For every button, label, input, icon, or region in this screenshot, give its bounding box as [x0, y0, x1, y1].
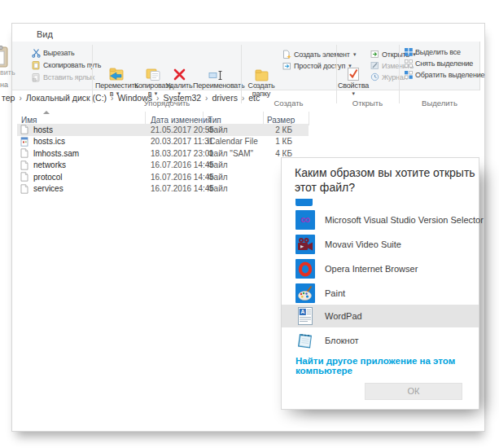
- invert-selection-icon: [405, 71, 413, 79]
- breadcrumb-chevron-icon: ›: [156, 94, 159, 103]
- paste-shortcut-icon: [32, 72, 41, 82]
- breadcrumb-chevron-icon: ›: [111, 94, 113, 103]
- paste-shortcut-label: Вставить ярлык: [43, 73, 94, 81]
- notepad-icon: [295, 331, 315, 350]
- file-icon: [20, 160, 28, 172]
- new-item-label: Создать элемент: [294, 51, 350, 59]
- dropdown-caret-icon: ▼: [352, 52, 357, 57]
- history-button[interactable]: Журнал: [370, 72, 408, 82]
- breadcrumb-local-disk[interactable]: Локальный диск (C:): [26, 93, 107, 103]
- breadcrumb-chevron-icon: ›: [242, 94, 244, 103]
- tab-view[interactable]: Вид: [37, 29, 53, 39]
- breadcrumb-etc[interactable]: etc: [248, 93, 260, 103]
- file-row-lmhosts[interactable]: lmhosts.sam 18.03.2017 23:01 Файл "SAM" …: [17, 147, 309, 160]
- new-item-button[interactable]: Создать элемент ▼: [282, 49, 357, 59]
- open-group-label: Открыть: [336, 99, 399, 108]
- breadcrumb-chevron-icon: ›: [19, 94, 21, 103]
- group-separator: [336, 45, 337, 103]
- rename-button[interactable]: Переименовать: [193, 63, 240, 90]
- sort-ascending-icon: [43, 111, 50, 114]
- select-all-icon: [405, 48, 413, 56]
- properties-button[interactable]: Свойства ▼: [338, 63, 369, 98]
- delete-icon: [164, 63, 195, 81]
- rename-icon: [193, 63, 240, 81]
- delete-label: Удалить: [164, 81, 195, 90]
- invert-selection-label: Обратить выделение: [415, 71, 484, 79]
- ok-button[interactable]: ОК: [365, 383, 462, 400]
- move-to-label: Переместить: [95, 81, 134, 90]
- open-with-dialog: Каким образом вы хотите открыть этот фай…: [281, 157, 479, 410]
- screen: вить на Вид Вырезать Скопировать путь: [0, 0, 499, 448]
- file-row-networks[interactable]: networks 16.07.2016 14:45 Файл: [17, 160, 309, 172]
- select-group-label: Выделить: [399, 99, 480, 108]
- breadcrumb-windows[interactable]: Windows: [117, 93, 152, 103]
- file-icon: [20, 148, 28, 160]
- open-icon: [370, 50, 379, 59]
- dropdown-caret-icon: ▼: [351, 91, 356, 96]
- file-icon: [20, 125, 28, 136]
- app-item-visual-studio[interactable]: ∞ Microsoft Visual Studio Version Select…: [282, 209, 479, 231]
- wordpad-icon: A: [295, 306, 315, 326]
- file-icon: [20, 172, 28, 183]
- select-all-button[interactable]: Выделить все: [405, 46, 461, 57]
- new-folder-icon: [243, 63, 279, 81]
- breadcrumb: тер › Локальный диск (C:) › Windows › Sy…: [2, 93, 260, 103]
- rename-label: Переименовать: [193, 81, 240, 90]
- breadcrumb-drivers[interactable]: drivers: [212, 93, 238, 103]
- paste-shortcut-button[interactable]: Вставить ярлык: [32, 72, 94, 82]
- visual-studio-icon: ∞: [295, 210, 315, 230]
- copy-path-button[interactable]: Скопировать путь: [32, 59, 101, 70]
- properties-icon: [338, 63, 369, 81]
- easy-access-icon: [282, 61, 291, 71]
- file-row-hosts[interactable]: hosts 21.05.2017 20:55 Файл 2 КБ: [17, 124, 309, 136]
- group-separator: [399, 45, 400, 103]
- select-all-label: Выделить все: [415, 48, 461, 56]
- cut-button[interactable]: Вырезать: [32, 47, 74, 58]
- invert-selection-button[interactable]: Обратить выделение: [405, 69, 484, 80]
- icalendar-file-icon: [20, 137, 28, 148]
- file-icon: [20, 184, 28, 195]
- dialog-title: Каким образом вы хотите открыть этот фай…: [295, 165, 475, 195]
- select-none-button[interactable]: Снять выделение: [405, 58, 473, 68]
- app-item-notepad[interactable]: Блокнот: [282, 329, 479, 352]
- movavi-icon: [295, 235, 315, 254]
- svg-text:A: A: [300, 309, 304, 314]
- app-item-opera[interactable]: Opera Internet Browser: [282, 257, 479, 280]
- paste-label-fragment[interactable]: вить: [0, 68, 15, 77]
- app-item-movavi[interactable]: Movavi Video Suite: [282, 233, 479, 256]
- paste-icon-fragment: [0, 46, 10, 68]
- cut-label: Вырезать: [43, 49, 74, 57]
- file-row-hosts-ics[interactable]: hosts.ics 20.03.2017 11:31 iCalendar Fil…: [17, 136, 309, 148]
- app-item-paint[interactable]: Paint: [282, 282, 479, 305]
- edit-icon: [370, 61, 379, 70]
- file-row-services[interactable]: services 16.07.2016 14:45 Файл: [17, 183, 309, 195]
- copy-path-icon: [32, 60, 41, 70]
- find-another-app-link[interactable]: Найти другое приложение на этом компьюте…: [295, 356, 479, 376]
- paint-icon: [295, 283, 315, 303]
- file-row-protocol[interactable]: protocol 16.07.2016 14:45 Файл: [17, 171, 309, 183]
- breadcrumb-system32[interactable]: System32: [163, 93, 201, 103]
- partial-app-icon-fragment: [295, 199, 313, 206]
- opera-icon: [295, 259, 315, 279]
- select-none-icon: [405, 59, 413, 68]
- new-item-icon: [282, 50, 291, 59]
- new-folder-label1: Создать: [243, 81, 279, 90]
- properties-label: Свойства: [338, 81, 369, 90]
- column-divider[interactable]: [309, 112, 309, 125]
- breadcrumb-chevron-icon: ›: [205, 94, 208, 103]
- select-none-label: Снять выделение: [415, 59, 473, 68]
- app-item-wordpad[interactable]: A WordPad: [282, 305, 479, 327]
- history-icon: [370, 72, 379, 81]
- scissors-icon: [32, 48, 41, 58]
- clipboard-group-label-fragment: на: [0, 81, 8, 89]
- ribbon: Вырезать Скопировать путь Вставить ярлык: [12, 42, 480, 90]
- move-to-icon: [95, 63, 134, 81]
- history-label: Журнал: [382, 73, 408, 81]
- breadcrumb-fragment[interactable]: тер: [2, 93, 15, 103]
